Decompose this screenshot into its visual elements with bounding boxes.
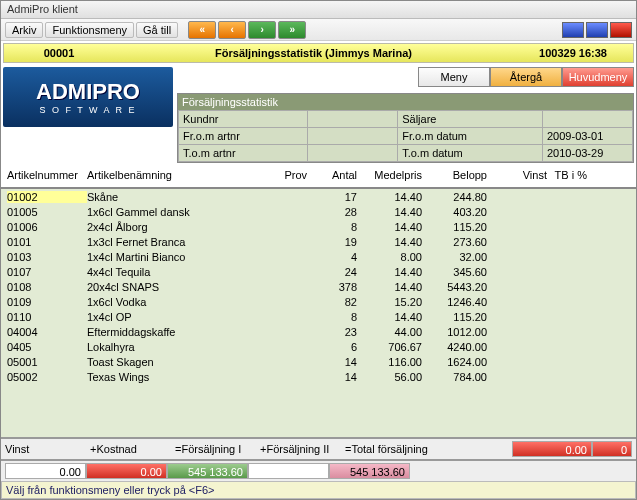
cell-art: 0109 (7, 296, 87, 308)
col-belopp[interactable]: Belopp (422, 169, 487, 181)
cell-belopp: 1246.40 (422, 296, 487, 308)
menu-arkiv[interactable]: Arkiv (5, 22, 43, 38)
cell-belopp: 345.60 (422, 266, 487, 278)
close-icon[interactable] (610, 22, 632, 38)
app-window: AdmiPro klient Arkiv Funktionsmeny Gå ti… (0, 0, 637, 500)
table-row[interactable]: 010051x6cl Gammel dansk2814.40403.20 (1, 204, 636, 219)
filter-to-artnr-value[interactable] (308, 145, 398, 162)
menu-funktionsmeny[interactable]: Funktionsmeny (45, 22, 134, 38)
cell-belopp: 1012.00 (422, 326, 487, 338)
table-row[interactable]: 01031x4cl Martini Bianco48.0032.00 (1, 249, 636, 264)
summary-area: Vinst +Kostnad =Försäljning I +Försäljni… (1, 437, 636, 481)
cell-art: 04004 (7, 326, 87, 338)
filter-kundnr-value[interactable] (308, 111, 398, 128)
sum-f2-value (248, 463, 329, 479)
cell-belopp: 403.20 (422, 206, 487, 218)
filter-title: Försäljningsstatistik (178, 94, 633, 110)
cell-belopp: 5443.20 (422, 281, 487, 293)
cell-antal: 6 (307, 341, 357, 353)
sum-tot-value: 545 133.60 (329, 463, 410, 479)
cell-antal: 14 (307, 356, 357, 368)
cell-medel: 14.40 (357, 206, 422, 218)
table-row[interactable]: 04004Eftermiddagskaffe2344.001012.00 (1, 324, 636, 339)
cell-art: 0107 (7, 266, 87, 278)
cell-antal: 82 (307, 296, 357, 308)
col-prov[interactable]: Prov (257, 169, 307, 181)
nav-first-icon[interactable]: « (188, 21, 216, 39)
table-row[interactable]: 010062x4cl Ålborg814.40115.20 (1, 219, 636, 234)
cell-art: 0108 (7, 281, 87, 293)
col-vinst[interactable]: Vinst (487, 169, 547, 181)
column-headers: Artikelnummer Artikelbenämning Prov Anta… (1, 165, 636, 189)
sum-kostnad-label: +Kostnad (90, 443, 175, 455)
cell-art: 01002 (7, 191, 87, 203)
cell-antal: 4 (307, 251, 357, 263)
cell-name: Skåne (87, 191, 257, 203)
sum-f2-label: +Försäljning II (260, 443, 345, 455)
cell-medel: 8.00 (357, 251, 422, 263)
cell-art: 05001 (7, 356, 87, 368)
nav-prev-icon[interactable]: ‹ (218, 21, 246, 39)
window-titlebar: AdmiPro klient (1, 1, 636, 19)
huvudmeny-button[interactable]: Huvudmeny (562, 67, 634, 87)
cell-art: 0110 (7, 311, 87, 323)
table-row[interactable]: 01091x6cl Vodka8215.201246.40 (1, 294, 636, 309)
filter-from-datum-label: Fr.o.m datum (398, 128, 543, 145)
cell-medel: 14.40 (357, 311, 422, 323)
cell-medel: 14.40 (357, 221, 422, 233)
cell-belopp: 115.20 (422, 221, 487, 233)
cell-art: 0405 (7, 341, 87, 353)
cell-antal: 8 (307, 311, 357, 323)
cell-art: 0103 (7, 251, 87, 263)
filter-to-artnr-label: T.o.m artnr (179, 145, 308, 162)
filter-saljare-value[interactable] (543, 111, 633, 128)
meny-button[interactable]: Meny (418, 67, 490, 87)
filter-to-datum-label: T.o.m datum (398, 145, 543, 162)
nav-next-icon[interactable]: › (248, 21, 276, 39)
filter-box: Försäljningsstatistik Kundnr Säljare Fr.… (177, 93, 634, 163)
sum-vinst-label: Vinst (5, 443, 90, 455)
nav-last-icon[interactable]: » (278, 21, 306, 39)
cell-belopp: 244.80 (422, 191, 487, 203)
table-row[interactable]: 01011x3cl Fernet Branca1914.40273.60 (1, 234, 636, 249)
cell-name: 1x6cl Vodka (87, 296, 257, 308)
status-bar: Välj från funktionsmeny eller tryck på <… (1, 481, 636, 499)
filter-to-datum-value[interactable]: 2010-03-29 (543, 145, 633, 162)
cell-medel: 14.40 (357, 236, 422, 248)
table-row[interactable]: 05001Toast Skagen14116.001624.00 (1, 354, 636, 369)
cell-name: 20x4cl SNAPS (87, 281, 257, 293)
header-bar: 00001 Försäljningsstatistik (Jimmys Mari… (3, 43, 634, 63)
sum-box-top-1: 0.00 (512, 441, 592, 457)
maximize-icon[interactable] (586, 22, 608, 38)
col-medelpris[interactable]: Medelpris (357, 169, 422, 181)
logo-main: ADMIPRO (36, 79, 140, 105)
cell-name: Lokalhyra (87, 341, 257, 353)
table-row[interactable]: 05002Texas Wings1456.00784.00 (1, 369, 636, 384)
menu-bar: Arkiv Funktionsmeny Gå till « ‹ › » (1, 19, 636, 41)
cell-medel: 44.00 (357, 326, 422, 338)
table-row[interactable]: 010820x4cl SNAPS37814.405443.20 (1, 279, 636, 294)
table-row[interactable]: 01101x4cl OP814.40115.20 (1, 309, 636, 324)
data-grid[interactable]: 01002Skåne1714.40244.80010051x6cl Gammel… (1, 189, 636, 437)
col-artikelnummer[interactable]: Artikelnummer (7, 169, 87, 181)
cell-medel: 14.40 (357, 191, 422, 203)
table-row[interactable]: 0405Lokalhyra6706.674240.00 (1, 339, 636, 354)
cell-name: 1x3cl Fernet Branca (87, 236, 257, 248)
cell-antal: 17 (307, 191, 357, 203)
filter-from-artnr-value[interactable] (308, 128, 398, 145)
col-antal[interactable]: Antal (307, 169, 357, 181)
cell-art: 0101 (7, 236, 87, 248)
col-artikelbenamning[interactable]: Artikelbenämning (87, 169, 257, 181)
filter-from-datum-value[interactable]: 2009-03-01 (543, 128, 633, 145)
sum-f1-value: 545 133.60 (167, 463, 248, 479)
table-row[interactable]: 01074x4cl Tequila2414.40345.60 (1, 264, 636, 279)
cell-medel: 706.67 (357, 341, 422, 353)
col-tb[interactable]: TB i % (547, 169, 587, 181)
sum-vinst-value: 0.00 (5, 463, 86, 479)
aterga-button[interactable]: Återgå (490, 67, 562, 87)
cell-antal: 24 (307, 266, 357, 278)
filter-saljare-label: Säljare (398, 111, 543, 128)
table-row[interactable]: 01002Skåne1714.40244.80 (1, 189, 636, 204)
minimize-icon[interactable] (562, 22, 584, 38)
menu-gatill[interactable]: Gå till (136, 22, 178, 38)
